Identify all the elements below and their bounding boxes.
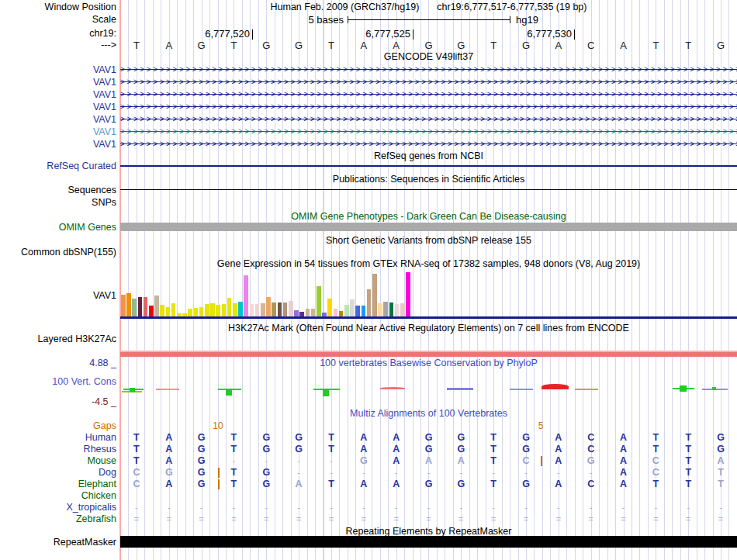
- transcript-line[interactable]: >>>>>>>>>>>>>>>>>>>>>>>>>>>>>>>>>>>>>>>>…: [120, 113, 737, 126]
- gtex-expression-bar[interactable]: [272, 302, 276, 316]
- publications-sequence-line[interactable]: [120, 189, 737, 190]
- alignment-row-zebrafish[interactable]: Zebrafish===================: [0, 513, 737, 525]
- gtex-expression-bar[interactable]: [216, 305, 220, 316]
- gtex-expression-bar[interactable]: [261, 303, 265, 316]
- multiz-alignment-track[interactable]: HumanTAGTGGTAAGGTGACATTGRhesusTAGTGGTAAG…: [0, 432, 737, 525]
- gtex-expression-bar[interactable]: [317, 286, 321, 316]
- common-dbsnp-label[interactable]: Common dbSNP(155): [0, 247, 116, 258]
- gtex-expression-bar[interactable]: [250, 304, 254, 316]
- gtex-expression-bar[interactable]: [154, 296, 159, 316]
- gene-label[interactable]: VAV1: [0, 113, 116, 126]
- repeatmasker-element-bar[interactable]: [120, 536, 737, 548]
- gaps-label[interactable]: Gaps: [0, 420, 116, 432]
- gtex-expression-bar[interactable]: [188, 309, 192, 316]
- transcript-line[interactable]: >>>>>>>>>>>>>>>>>>>>>>>>>>>>>>>>>>>>>>>>…: [120, 101, 737, 113]
- layered-h3k27ac-label[interactable]: Layered H3K27Ac: [0, 334, 116, 345]
- gtex-expression-bar[interactable]: [378, 303, 382, 316]
- gtex-expression-bar[interactable]: [210, 303, 215, 316]
- gtex-expression-bar[interactable]: [400, 303, 405, 316]
- gtex-expression-bar[interactable]: [222, 304, 227, 316]
- gencode-transcript-row[interactable]: VAV1>>>>>>>>>>>>>>>>>>>>>>>>>>>>>>>>>>>>…: [0, 101, 737, 113]
- species-label[interactable]: Chicken: [0, 490, 116, 502]
- refseq-curated-label[interactable]: RefSeq Curated: [0, 161, 116, 172]
- alignment-row-human[interactable]: HumanTAGTGGTAAGGTGACATTG: [0, 432, 737, 444]
- gtex-expression-bar[interactable]: [389, 302, 394, 316]
- gtex-expression-bar[interactable]: [372, 274, 377, 316]
- species-label[interactable]: Rhesus: [0, 444, 116, 455]
- conservation-track-label[interactable]: 100 Vert. Cons: [0, 376, 116, 388]
- species-label[interactable]: Human: [0, 432, 116, 444]
- gtex-expression-bar[interactable]: [266, 297, 271, 316]
- gtex-expression-bar[interactable]: [255, 304, 260, 316]
- gene-label[interactable]: VAV1: [0, 76, 116, 88]
- snps-label[interactable]: SNPs: [0, 197, 116, 209]
- gtex-gene-label[interactable]: VAV1: [0, 290, 116, 302]
- gene-label[interactable]: VAV1: [0, 138, 116, 150]
- gtex-expression-bar[interactable]: [406, 272, 410, 316]
- gtex-expression-bar[interactable]: [344, 305, 349, 316]
- gtex-expression-bar[interactable]: [166, 307, 171, 316]
- transcript-line[interactable]: >>>>>>>>>>>>>>>>>>>>>>>>>>>>>>>>>>>>>>>>…: [120, 76, 737, 88]
- gtex-expression-bar[interactable]: [306, 309, 310, 316]
- transcript-line[interactable]: >>>>>>>>>>>>>>>>>>>>>>>>>>>>>>>>>>>>>>>>…: [120, 126, 737, 138]
- gencode-track[interactable]: VAV1>>>>>>>>>>>>>>>>>>>>>>>>>>>>>>>>>>>>…: [0, 64, 737, 150]
- species-label[interactable]: X_tropicalis: [0, 502, 116, 513]
- gtex-expression-bar[interactable]: [289, 301, 293, 316]
- species-label[interactable]: Mouse: [0, 455, 116, 467]
- gtex-expression-bar[interactable]: [121, 295, 126, 316]
- gencode-transcript-row[interactable]: VAV1>>>>>>>>>>>>>>>>>>>>>>>>>>>>>>>>>>>>…: [0, 88, 737, 101]
- sequences-label[interactable]: Sequences: [0, 185, 116, 196]
- alignment-row-x_tropicalis[interactable]: X_tropicalis-------------------: [0, 502, 737, 513]
- species-label[interactable]: Elephant: [0, 479, 116, 490]
- gtex-expression-bar[interactable]: [350, 299, 355, 316]
- gtex-expression-bar[interactable]: [355, 306, 360, 316]
- omim-genes-label[interactable]: OMIM Genes: [0, 222, 116, 233]
- gtex-expression-bar[interactable]: [327, 299, 332, 316]
- gtex-expression-bar[interactable]: [367, 289, 372, 316]
- species-label[interactable]: Zebrafish: [0, 513, 116, 525]
- gencode-transcript-row[interactable]: VAV1>>>>>>>>>>>>>>>>>>>>>>>>>>>>>>>>>>>>…: [0, 76, 737, 88]
- gtex-expression-bar[interactable]: [227, 298, 232, 316]
- transcript-line[interactable]: >>>>>>>>>>>>>>>>>>>>>>>>>>>>>>>>>>>>>>>>…: [120, 64, 737, 76]
- gtex-expression-bar[interactable]: [205, 304, 209, 316]
- gene-label[interactable]: VAV1: [0, 64, 116, 76]
- coordinate-ruler[interactable]: 6,777,5206,777,5256,777,530: [120, 28, 737, 40]
- gtex-expression-bar[interactable]: [383, 302, 388, 316]
- gencode-transcript-row[interactable]: VAV1>>>>>>>>>>>>>>>>>>>>>>>>>>>>>>>>>>>>…: [0, 64, 737, 76]
- gencode-transcript-row[interactable]: VAV1>>>>>>>>>>>>>>>>>>>>>>>>>>>>>>>>>>>>…: [0, 113, 737, 126]
- gtex-expression-bar[interactable]: [362, 306, 366, 316]
- gtex-expression-bar[interactable]: [171, 303, 176, 316]
- h3k27ac-signal-bar[interactable]: [120, 351, 737, 357]
- gtex-expression-bar[interactable]: [144, 297, 148, 316]
- gtex-expression-bar[interactable]: [199, 307, 204, 316]
- gtex-expression-bar[interactable]: [283, 302, 288, 316]
- gtex-expression-bar[interactable]: [160, 305, 164, 316]
- phylop-conservation-track[interactable]: [120, 378, 737, 399]
- gtex-expression-bar[interactable]: [311, 309, 316, 316]
- gencode-transcript-row[interactable]: VAV1>>>>>>>>>>>>>>>>>>>>>>>>>>>>>>>>>>>>…: [0, 126, 737, 138]
- alignment-row-rhesus[interactable]: RhesusTAGTGGTAAGGTGACATTG: [0, 444, 737, 455]
- alignment-row-dog[interactable]: DogCGGTG----------ACTT: [0, 467, 737, 479]
- transcript-line[interactable]: >>>>>>>>>>>>>>>>>>>>>>>>>>>>>>>>>>>>>>>>…: [120, 138, 737, 150]
- gtex-expression-bar[interactable]: [138, 297, 143, 316]
- gene-label[interactable]: VAV1: [0, 88, 116, 101]
- species-label[interactable]: Dog: [0, 467, 116, 479]
- gene-label[interactable]: VAV1: [0, 101, 116, 113]
- gtex-expression-bar[interactable]: [244, 275, 248, 316]
- alignment-row-mouse[interactable]: MouseTAG----GAAATCAGACTA: [0, 455, 737, 467]
- gtex-expression-bar[interactable]: [132, 299, 137, 316]
- gtex-expression-bar[interactable]: [395, 304, 400, 316]
- gtex-expression-bar[interactable]: [194, 308, 199, 316]
- gtex-expression-bar[interactable]: [238, 302, 243, 316]
- refseq-gene-line[interactable]: [120, 165, 737, 167]
- gene-label[interactable]: VAV1: [0, 126, 116, 138]
- gtex-expression-bar[interactable]: [278, 302, 282, 316]
- gtex-expression-bar[interactable]: [334, 309, 338, 316]
- transcript-line[interactable]: >>>>>>>>>>>>>>>>>>>>>>>>>>>>>>>>>>>>>>>>…: [120, 88, 737, 101]
- alignment-row-elephant[interactable]: ElephantCAGTGATAAGGTGACATTT: [0, 479, 737, 490]
- alignment-row-chicken[interactable]: Chicken: [0, 490, 737, 502]
- gtex-expression-bar[interactable]: [149, 306, 154, 316]
- repeatmasker-label[interactable]: RepeatMasker: [0, 537, 116, 548]
- gencode-transcript-row[interactable]: VAV1>>>>>>>>>>>>>>>>>>>>>>>>>>>>>>>>>>>>…: [0, 138, 737, 150]
- omim-gene-bar[interactable]: [120, 223, 737, 231]
